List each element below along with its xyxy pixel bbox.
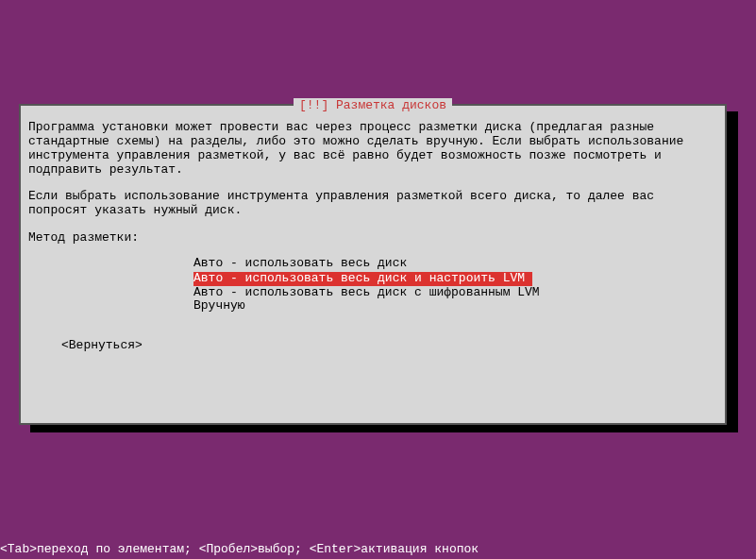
option-whole-disk[interactable]: Авто - использовать весь диск [193, 257, 717, 271]
dialog-title-wrap: [!!] Разметка дисков [21, 98, 725, 112]
dialog-prompt: Метод разметки: [28, 230, 717, 245]
dialog-title: [!!] Разметка дисков [294, 98, 452, 112]
dialog-paragraph-2: Если выбрать использование инструмента у… [28, 190, 717, 218]
back-button[interactable]: <Вернуться> [61, 338, 143, 352]
option-whole-disk-encrypted-lvm[interactable]: Авто - использовать весь диск с шифрован… [193, 286, 717, 300]
footer-hint: <Tab>переход по элементам; <Пробел>выбор… [0, 542, 479, 556]
dialog-paragraph-1: Программа установки может провести вас ч… [28, 121, 717, 178]
option-whole-disk-lvm[interactable]: Авто - использовать весь диск и настроит… [193, 272, 532, 286]
partition-options: Авто - использовать весь диск Авто - исп… [193, 257, 717, 314]
dialog-body: Программа установки может провести вас ч… [28, 115, 717, 352]
option-manual[interactable]: Вручную [193, 299, 717, 313]
partition-dialog: [!!] Разметка дисков Программа установки… [19, 104, 727, 425]
